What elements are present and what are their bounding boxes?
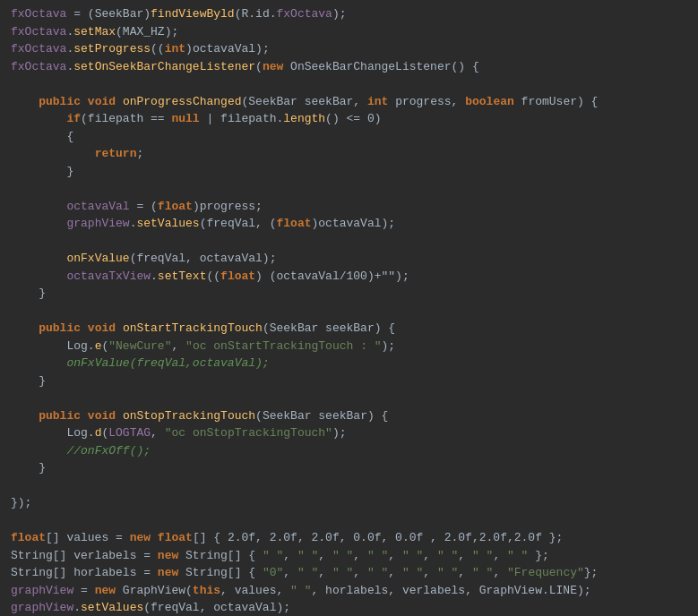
code-token: [] verlabels =	[53, 547, 158, 565]
code-token: "oc onStartTrackingTouch : "	[185, 338, 381, 355]
code-token: onStopTrackingTouch	[123, 407, 255, 425]
code-token: .	[66, 23, 73, 41]
code-token: public	[39, 93, 81, 111]
code-token: [] horlabels =	[53, 564, 158, 582]
code-token: null	[171, 110, 199, 128]
code-token: float	[158, 198, 193, 216]
code-token: fxOctava	[11, 23, 66, 41]
code-token	[11, 338, 66, 355]
code-line: return;	[0, 145, 698, 163]
code-token: void	[88, 407, 116, 425]
code-token: return	[95, 145, 137, 163]
code-line: fxOctava.setMax(MAX_HZ);	[0, 23, 698, 41]
code-token: ,	[423, 547, 437, 565]
code-token: ,	[388, 547, 402, 565]
code-line: }	[0, 285, 698, 303]
code-token: );	[382, 338, 396, 355]
code-token: ,	[151, 424, 165, 442]
code-token: [] values =	[46, 529, 130, 547]
code-token: .	[88, 424, 95, 442]
code-token: ,	[318, 564, 332, 582]
code-token: (filepath ==	[81, 110, 171, 128]
code-token: }	[11, 163, 73, 181]
code-token: };	[528, 547, 548, 565]
code-line	[0, 180, 698, 198]
code-line: fxOctava = (SeekBar)findViewByld(R.id.fx…	[0, 5, 698, 23]
code-token: ,	[353, 564, 367, 582]
code-line: }	[0, 372, 698, 390]
code-token: )octavaVal);	[312, 215, 396, 233]
code-token: int	[165, 40, 185, 58]
code-token: ,	[493, 547, 507, 565]
code-token: " "	[402, 547, 423, 565]
code-token: String	[11, 547, 53, 565]
code-token: int	[367, 93, 388, 111]
code-token: fromUser) {	[514, 93, 599, 111]
code-token: " "	[367, 547, 388, 565]
code-token: [] { 2.0f, 2.0f, 2.0f, 0.0f, 0.0f , 2.0f…	[193, 529, 563, 547]
code-token	[11, 355, 66, 372]
code-line: }	[0, 163, 698, 181]
code-token: setProgress	[73, 40, 151, 58]
code-token	[81, 407, 88, 425]
code-token: " "	[472, 547, 493, 565]
code-token: Log	[66, 338, 87, 355]
code-token: ((	[206, 268, 220, 286]
code-token: , horlabels, verlabels, GraphView.LINE);	[312, 582, 591, 600]
code-token: (	[101, 424, 108, 442]
code-token: }	[11, 459, 46, 477]
code-token: " "	[297, 547, 318, 565]
code-token: ,	[423, 564, 437, 582]
code-token: public	[39, 407, 81, 425]
code-token: {	[11, 128, 73, 146]
code-token: ((	[151, 40, 165, 58]
code-line: String[] horlabels = new String[] { "0",…	[0, 564, 698, 582]
code-token	[11, 442, 66, 460]
code-token	[151, 529, 158, 547]
code-token: ,	[388, 564, 402, 582]
code-token	[11, 215, 66, 233]
code-token: ,	[353, 547, 367, 565]
code-token: " "	[437, 564, 458, 582]
code-token: (freqVal,octavaVal);	[130, 355, 270, 372]
code-token	[81, 93, 88, 111]
code-token: graphView	[11, 582, 73, 600]
code-line: public void onProgressChanged(SeekBar se…	[0, 93, 698, 111]
code-token: octavaVal	[66, 198, 129, 216]
code-line: graphView.setValues(freqVal, (float)octa…	[0, 215, 698, 233]
code-token: .	[73, 599, 81, 616]
code-token: onFxValue	[66, 355, 129, 372]
code-token: String	[11, 564, 53, 582]
code-token: graphView	[66, 215, 129, 233]
code-line: if(filepath == null | filepath.length() …	[0, 110, 698, 128]
code-line: onFxValue(freqVal,octavaVal);	[0, 355, 698, 372]
code-token: ) (octavaVal/100)+"");	[255, 268, 409, 286]
code-token: GraphView(	[116, 582, 193, 600]
code-line	[0, 512, 698, 530]
code-line: }	[0, 459, 698, 477]
code-token: ,	[283, 564, 297, 582]
code-token: " "	[507, 547, 528, 565]
code-line: {	[0, 128, 698, 146]
code-token: new	[95, 582, 116, 600]
code-token: this	[193, 582, 220, 600]
code-token: e	[95, 338, 102, 355]
code-token: }	[11, 372, 46, 390]
code-token: (R.id.	[235, 5, 277, 23]
code-token: void	[88, 320, 116, 338]
code-token	[11, 198, 66, 216]
code-token: octavaTxView	[66, 268, 151, 286]
code-line: onFxValue(freqVal, octavaVal);	[0, 250, 698, 268]
code-token	[11, 407, 39, 425]
code-token: () <= 0)	[325, 110, 381, 128]
code-token: onFxValue	[66, 250, 129, 268]
code-token: setMax	[73, 23, 116, 41]
code-token: "NewCure"	[108, 338, 171, 355]
code-line: octavaVal = (float)progress;	[0, 198, 698, 216]
code-token: LOGTAG	[108, 424, 151, 442]
code-line: octavaTxView.setText((float) (octavaVal/…	[0, 268, 698, 286]
code-token: =	[73, 582, 94, 600]
code-line: fxOctava.setOnSeekBarChangeListener(new …	[0, 58, 698, 76]
code-line	[0, 233, 698, 251]
code-token: (SeekBar seekBar) {	[255, 407, 388, 425]
